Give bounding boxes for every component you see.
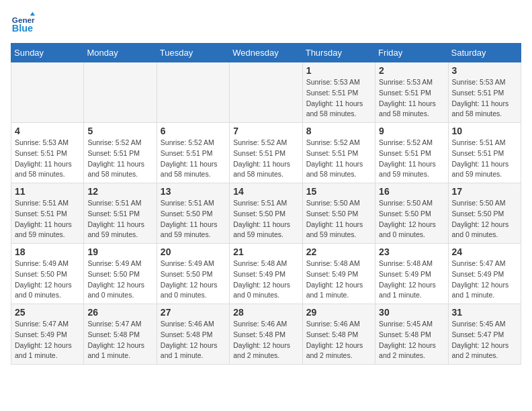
day-number: 23 bbox=[379, 246, 444, 257]
day-number: 29 bbox=[306, 307, 371, 318]
column-header-saturday: Saturday bbox=[448, 44, 521, 62]
logo: General Blue bbox=[11, 11, 35, 35]
day-number: 28 bbox=[233, 307, 298, 318]
day-info: Sunrise: 5:47 AMSunset: 5:49 PMDaylight:… bbox=[15, 319, 80, 361]
column-header-sunday: Sunday bbox=[11, 44, 84, 62]
logo-icon: General Blue bbox=[11, 11, 35, 35]
calendar-cell: 30Sunrise: 5:45 AMSunset: 5:48 PMDayligh… bbox=[375, 304, 448, 365]
day-info: Sunrise: 5:45 AMSunset: 5:47 PMDaylight:… bbox=[452, 319, 517, 361]
day-info: Sunrise: 5:53 AMSunset: 5:51 PMDaylight:… bbox=[452, 77, 517, 120]
calendar-cell bbox=[11, 62, 84, 123]
calendar-cell bbox=[157, 62, 229, 123]
calendar-cell: 13Sunrise: 5:51 AMSunset: 5:50 PMDayligh… bbox=[157, 183, 229, 244]
calendar-cell: 2Sunrise: 5:53 AMSunset: 5:51 PMDaylight… bbox=[375, 62, 448, 123]
day-info: Sunrise: 5:51 AMSunset: 5:51 PMDaylight:… bbox=[452, 138, 517, 180]
day-info: Sunrise: 5:52 AMSunset: 5:51 PMDaylight:… bbox=[306, 138, 371, 180]
day-info: Sunrise: 5:47 AMSunset: 5:48 PMDaylight:… bbox=[87, 319, 152, 361]
calendar-week-row: 11Sunrise: 5:51 AMSunset: 5:51 PMDayligh… bbox=[11, 183, 521, 244]
calendar-cell: 3Sunrise: 5:53 AMSunset: 5:51 PMDaylight… bbox=[448, 62, 521, 123]
day-number: 20 bbox=[161, 246, 226, 257]
calendar-week-row: 18Sunrise: 5:49 AMSunset: 5:50 PMDayligh… bbox=[11, 244, 521, 304]
calendar-table: SundayMondayTuesdayWednesdayThursdayFrid… bbox=[11, 43, 521, 365]
calendar-cell: 9Sunrise: 5:52 AMSunset: 5:51 PMDaylight… bbox=[375, 123, 448, 183]
day-info: Sunrise: 5:51 AMSunset: 5:51 PMDaylight:… bbox=[87, 198, 152, 240]
day-info: Sunrise: 5:48 AMSunset: 5:49 PMDaylight:… bbox=[233, 259, 298, 301]
calendar-cell bbox=[84, 62, 157, 123]
day-info: Sunrise: 5:50 AMSunset: 5:50 PMDaylight:… bbox=[306, 198, 371, 240]
day-info: Sunrise: 5:46 AMSunset: 5:48 PMDaylight:… bbox=[306, 319, 371, 361]
day-info: Sunrise: 5:51 AMSunset: 5:50 PMDaylight:… bbox=[161, 198, 226, 240]
day-info: Sunrise: 5:53 AMSunset: 5:51 PMDaylight:… bbox=[306, 77, 371, 120]
calendar-cell: 4Sunrise: 5:53 AMSunset: 5:51 PMDaylight… bbox=[11, 123, 84, 183]
day-info: Sunrise: 5:45 AMSunset: 5:48 PMDaylight:… bbox=[379, 319, 444, 361]
day-number: 4 bbox=[15, 126, 80, 136]
calendar-cell: 18Sunrise: 5:49 AMSunset: 5:50 PMDayligh… bbox=[11, 244, 84, 304]
calendar-cell: 6Sunrise: 5:52 AMSunset: 5:51 PMDaylight… bbox=[157, 123, 229, 183]
day-number: 14 bbox=[233, 186, 298, 197]
day-info: Sunrise: 5:50 AMSunset: 5:50 PMDaylight:… bbox=[379, 198, 444, 240]
day-number: 11 bbox=[15, 186, 80, 197]
day-info: Sunrise: 5:49 AMSunset: 5:50 PMDaylight:… bbox=[87, 259, 152, 301]
day-info: Sunrise: 5:48 AMSunset: 5:49 PMDaylight:… bbox=[306, 259, 371, 301]
day-number: 21 bbox=[233, 246, 298, 257]
day-info: Sunrise: 5:51 AMSunset: 5:51 PMDaylight:… bbox=[15, 198, 80, 240]
calendar-cell: 10Sunrise: 5:51 AMSunset: 5:51 PMDayligh… bbox=[448, 123, 521, 183]
day-info: Sunrise: 5:53 AMSunset: 5:51 PMDaylight:… bbox=[15, 138, 80, 180]
calendar-cell: 1Sunrise: 5:53 AMSunset: 5:51 PMDaylight… bbox=[302, 62, 375, 123]
calendar-cell: 25Sunrise: 5:47 AMSunset: 5:49 PMDayligh… bbox=[11, 304, 84, 365]
column-header-wednesday: Wednesday bbox=[230, 44, 302, 62]
day-number: 27 bbox=[161, 307, 226, 318]
column-header-friday: Friday bbox=[375, 44, 448, 62]
calendar-cell: 11Sunrise: 5:51 AMSunset: 5:51 PMDayligh… bbox=[11, 183, 84, 244]
day-number: 2 bbox=[379, 65, 444, 76]
calendar-cell: 28Sunrise: 5:46 AMSunset: 5:48 PMDayligh… bbox=[230, 304, 302, 365]
day-info: Sunrise: 5:48 AMSunset: 5:49 PMDaylight:… bbox=[379, 259, 444, 301]
day-number: 1 bbox=[306, 65, 371, 76]
calendar-cell: 21Sunrise: 5:48 AMSunset: 5:49 PMDayligh… bbox=[230, 244, 302, 304]
column-header-monday: Monday bbox=[84, 44, 157, 62]
day-number: 15 bbox=[306, 186, 371, 197]
calendar-cell: 20Sunrise: 5:49 AMSunset: 5:50 PMDayligh… bbox=[157, 244, 229, 304]
calendar-cell: 8Sunrise: 5:52 AMSunset: 5:51 PMDaylight… bbox=[302, 123, 375, 183]
day-number: 8 bbox=[306, 126, 371, 136]
day-info: Sunrise: 5:49 AMSunset: 5:50 PMDaylight:… bbox=[161, 259, 226, 301]
calendar-header-row: SundayMondayTuesdayWednesdayThursdayFrid… bbox=[11, 44, 521, 62]
calendar-cell: 5Sunrise: 5:52 AMSunset: 5:51 PMDaylight… bbox=[84, 123, 157, 183]
day-number: 12 bbox=[87, 186, 152, 197]
day-number: 25 bbox=[15, 307, 80, 318]
calendar-cell: 14Sunrise: 5:51 AMSunset: 5:50 PMDayligh… bbox=[230, 183, 302, 244]
day-info: Sunrise: 5:47 AMSunset: 5:49 PMDaylight:… bbox=[452, 259, 517, 301]
day-number: 22 bbox=[306, 246, 371, 257]
day-number: 10 bbox=[452, 126, 517, 136]
svg-text:Blue: Blue bbox=[12, 23, 33, 34]
svg-marker-2 bbox=[30, 12, 35, 15]
calendar-cell: 15Sunrise: 5:50 AMSunset: 5:50 PMDayligh… bbox=[302, 183, 375, 244]
day-number: 13 bbox=[161, 186, 226, 197]
day-info: Sunrise: 5:50 AMSunset: 5:50 PMDaylight:… bbox=[452, 198, 517, 240]
day-number: 30 bbox=[379, 307, 444, 318]
column-header-tuesday: Tuesday bbox=[157, 44, 229, 62]
calendar-week-row: 4Sunrise: 5:53 AMSunset: 5:51 PMDaylight… bbox=[11, 123, 521, 183]
day-info: Sunrise: 5:53 AMSunset: 5:51 PMDaylight:… bbox=[379, 77, 444, 120]
day-info: Sunrise: 5:49 AMSunset: 5:50 PMDaylight:… bbox=[15, 259, 80, 301]
calendar-cell: 23Sunrise: 5:48 AMSunset: 5:49 PMDayligh… bbox=[375, 244, 448, 304]
day-info: Sunrise: 5:52 AMSunset: 5:51 PMDaylight:… bbox=[87, 138, 152, 180]
day-number: 26 bbox=[87, 307, 152, 318]
day-number: 3 bbox=[452, 65, 517, 76]
day-info: Sunrise: 5:51 AMSunset: 5:50 PMDaylight:… bbox=[233, 198, 298, 240]
calendar-cell: 7Sunrise: 5:52 AMSunset: 5:51 PMDaylight… bbox=[230, 123, 302, 183]
calendar-cell: 12Sunrise: 5:51 AMSunset: 5:51 PMDayligh… bbox=[84, 183, 157, 244]
day-info: Sunrise: 5:52 AMSunset: 5:51 PMDaylight:… bbox=[379, 138, 444, 180]
day-info: Sunrise: 5:46 AMSunset: 5:48 PMDaylight:… bbox=[161, 319, 226, 361]
day-number: 31 bbox=[452, 307, 517, 318]
calendar-cell: 31Sunrise: 5:45 AMSunset: 5:47 PMDayligh… bbox=[448, 304, 521, 365]
calendar-cell: 16Sunrise: 5:50 AMSunset: 5:50 PMDayligh… bbox=[375, 183, 448, 244]
calendar-cell: 29Sunrise: 5:46 AMSunset: 5:48 PMDayligh… bbox=[302, 304, 375, 365]
calendar-cell: 19Sunrise: 5:49 AMSunset: 5:50 PMDayligh… bbox=[84, 244, 157, 304]
calendar-cell: 24Sunrise: 5:47 AMSunset: 5:49 PMDayligh… bbox=[448, 244, 521, 304]
day-number: 16 bbox=[379, 186, 444, 197]
calendar-cell: 17Sunrise: 5:50 AMSunset: 5:50 PMDayligh… bbox=[448, 183, 521, 244]
day-info: Sunrise: 5:52 AMSunset: 5:51 PMDaylight:… bbox=[161, 138, 226, 180]
day-number: 24 bbox=[452, 246, 517, 257]
day-info: Sunrise: 5:46 AMSunset: 5:48 PMDaylight:… bbox=[233, 319, 298, 361]
